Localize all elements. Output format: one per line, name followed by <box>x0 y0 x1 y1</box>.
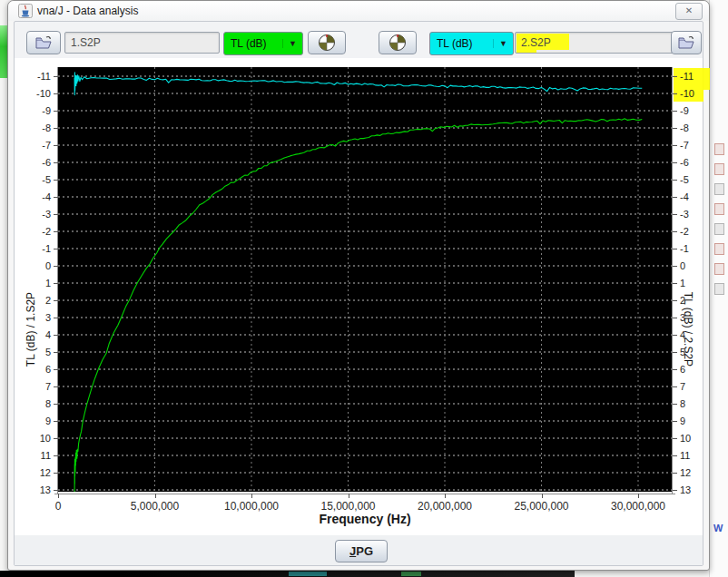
x-axis-title: Frequency (Hz) <box>229 512 501 526</box>
right-color-wheel-button[interactable] <box>379 31 417 54</box>
y-tick-label-left: -2 <box>27 225 51 238</box>
y-tick-label-right: 5 <box>680 346 703 358</box>
background-window: W <box>709 0 728 577</box>
tick-mark <box>673 318 677 318</box>
y-tick-label-left: -10 <box>27 87 51 100</box>
y-tick-label-right: -5 <box>680 173 703 186</box>
tick-mark <box>54 283 58 284</box>
y-tick-label-right: 7 <box>680 380 703 393</box>
left-file-field[interactable]: 1.S2P <box>64 32 220 54</box>
tick-mark <box>542 494 543 498</box>
tick-mark <box>673 111 677 112</box>
y-tick-label-right: 12 <box>680 466 703 479</box>
left-color-wheel-button[interactable] <box>308 31 346 54</box>
tick-mark <box>54 180 58 181</box>
left-file-name: 1.S2P <box>71 36 101 49</box>
app-window: vna/J - Data analysis ✕ 1.S2P TL (dB) ▼ <box>7 0 710 571</box>
tick-mark <box>54 231 58 232</box>
tick-mark <box>673 438 677 439</box>
plot-area[interactable] <box>58 67 672 492</box>
java-app-icon <box>18 4 33 18</box>
jpg-button-mnemonic: J <box>349 544 356 558</box>
tick-mark <box>673 76 677 77</box>
y-tick-label-left: 4 <box>27 328 51 341</box>
tick-mark <box>673 369 677 370</box>
tick-mark <box>673 231 677 232</box>
chevron-down-icon: ▼ <box>493 39 513 48</box>
y-tick-label-right: -7 <box>680 139 703 152</box>
y-tick-label-left: 3 <box>27 311 51 324</box>
chevron-down-icon: ▼ <box>282 39 302 48</box>
y-tick-label-right: 4 <box>680 328 703 341</box>
y-tick-label-left: 5 <box>27 346 51 358</box>
y-tick-label-left: 11 <box>27 449 51 462</box>
tick-mark <box>54 214 58 215</box>
y-tick-label-right: -3 <box>680 208 703 220</box>
y-tick-label-right: 13 <box>680 484 703 496</box>
tick-mark <box>673 128 677 129</box>
y-tick-label-left: -5 <box>27 173 51 186</box>
tick-mark <box>673 490 677 491</box>
screenshot-root: { "window": { "title": "vna/J - Data ana… <box>0 0 728 577</box>
right-scale-value: TL (dB) <box>430 37 493 50</box>
background-w-glyph: W <box>713 523 723 533</box>
footer-bar: JPG <box>15 535 703 565</box>
tick-mark <box>54 76 58 77</box>
right-file-field[interactable]: 2.S2P <box>515 32 674 54</box>
tick-mark <box>673 386 677 387</box>
y-tick-label-right: -2 <box>680 225 703 238</box>
tick-mark <box>673 145 677 146</box>
tick-mark <box>673 266 677 267</box>
trace-1 <box>74 119 642 492</box>
gridlines <box>58 67 672 492</box>
y-tick-label-left: -8 <box>27 122 51 134</box>
x-tick-label: 30,000,000 <box>593 500 684 513</box>
y-tick-label-right: -8 <box>680 122 703 134</box>
open-file-left-button[interactable] <box>26 31 61 54</box>
y-tick-label-left: -11 <box>27 70 51 83</box>
tick-mark <box>673 162 677 163</box>
y-tick-label-left: 1 <box>27 277 51 289</box>
right-scale-combo[interactable]: TL (dB) ▼ <box>429 32 514 55</box>
y-tick-label-right: 1 <box>680 277 703 289</box>
jpg-button-label: PG <box>356 544 373 558</box>
tick-mark <box>673 455 677 456</box>
taskbar-behind <box>0 571 575 577</box>
y-tick-label-right: 11 <box>680 449 703 462</box>
tick-mark <box>54 473 58 474</box>
plot-traces <box>58 67 672 492</box>
color-wheel-icon <box>389 34 407 52</box>
y-tick-label-right: 3 <box>680 311 703 324</box>
tick-mark <box>155 494 156 498</box>
y-axis-line-left <box>57 67 58 494</box>
open-file-right-button[interactable] <box>671 31 702 54</box>
y-tick-label-right: -9 <box>680 104 703 117</box>
y-tick-label-left: 9 <box>27 415 51 427</box>
tick-mark <box>54 318 58 318</box>
tick-mark <box>673 249 677 249</box>
y-tick-label-left: -9 <box>27 104 51 117</box>
jpg-export-button[interactable]: JPG <box>335 540 388 562</box>
y-tick-label-right: -6 <box>680 156 703 169</box>
y-tick-label-left: -1 <box>27 242 51 255</box>
y-tick-label-left: -4 <box>27 191 51 203</box>
open-folder-icon <box>34 35 53 50</box>
close-button[interactable]: ✕ <box>675 3 703 20</box>
x-tick-label: 20,000,000 <box>399 500 490 513</box>
tick-mark <box>54 369 58 370</box>
x-tick-label: 10,000,000 <box>206 500 297 513</box>
y-tick-label-left: 10 <box>27 432 51 445</box>
tick-mark <box>349 494 349 498</box>
y-tick-label-right: 2 <box>680 294 703 307</box>
tick-mark <box>673 300 677 301</box>
y-tick-label-left: -6 <box>27 156 51 169</box>
y-tick-label-right: 9 <box>680 415 703 427</box>
tick-mark <box>54 386 58 387</box>
y-tick-label-right: -10 <box>680 87 703 100</box>
tick-mark <box>54 438 58 439</box>
left-scale-combo[interactable]: TL (dB) ▼ <box>223 32 303 55</box>
y-tick-label-left: 12 <box>27 466 51 479</box>
color-wheel-icon <box>318 34 336 52</box>
open-folder-icon <box>677 35 695 50</box>
x-axis-line <box>54 494 675 494</box>
